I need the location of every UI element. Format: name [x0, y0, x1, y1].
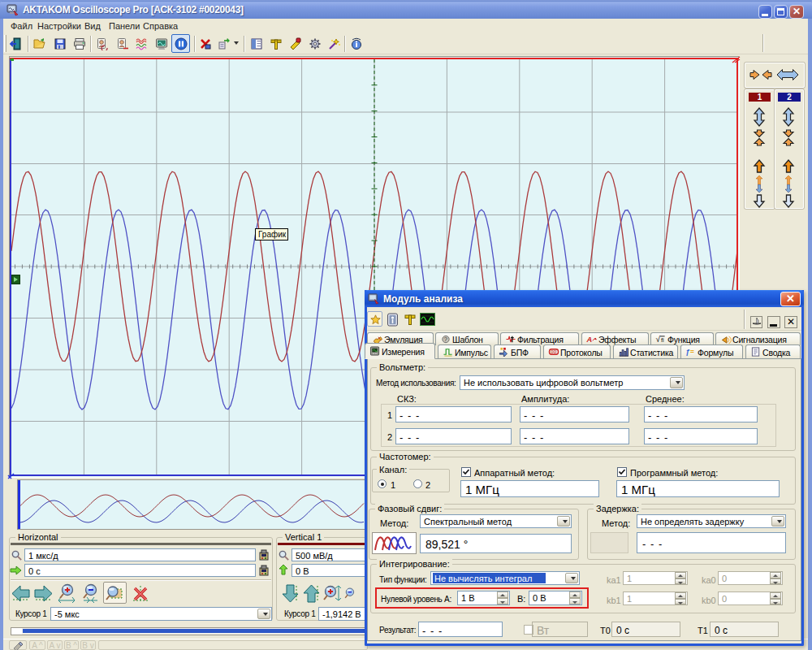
svg-text:fi: fi	[661, 336, 664, 344]
svg-text:00: 00	[551, 349, 556, 354]
svg-text:A: A	[586, 336, 592, 344]
svg-text:ƒ: ƒ	[686, 348, 690, 356]
svg-text:√: √	[656, 335, 661, 344]
svg-text:?: ?	[444, 336, 447, 343]
svg-text:=: =	[690, 348, 694, 356]
